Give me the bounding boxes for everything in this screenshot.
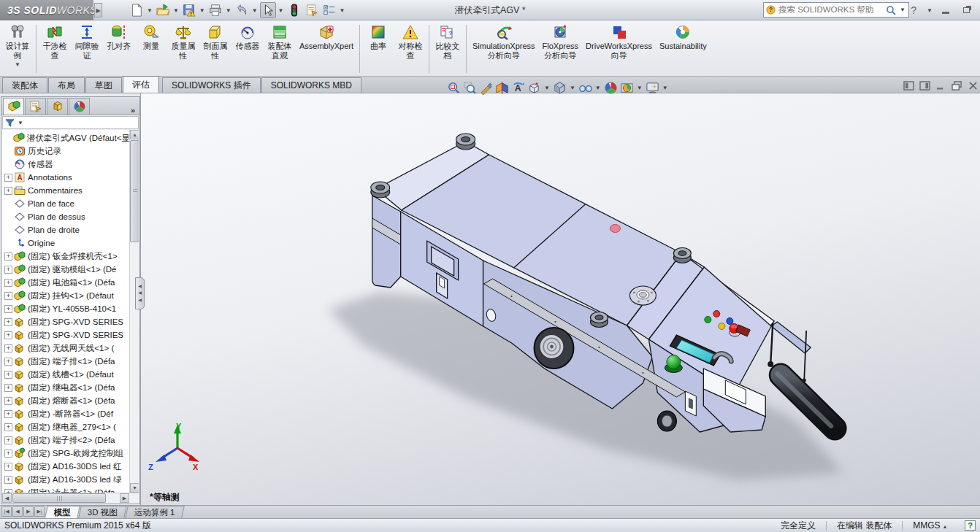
expand-toggle[interactable]: +	[4, 476, 12, 484]
tab-SOLIDWORKS 插件[interactable]: SOLIDWORKS 插件	[162, 77, 261, 93]
tree-item[interactable]: 潜伏牵引式AGV (Défaut<显	[2, 131, 129, 144]
display-style-button[interactable]	[553, 81, 567, 95]
ribbon-button-caret[interactable]: ▼	[15, 61, 20, 68]
configuration-tab[interactable]	[47, 98, 68, 115]
tree-item[interactable]: +(固定) SPG-XVD SERIES	[2, 328, 129, 342]
view-orientation-button[interactable]: *	[527, 81, 541, 95]
tab-prev-button[interactable]: ◀	[12, 506, 23, 517]
expand-toggle[interactable]: +	[4, 187, 12, 195]
tree-item[interactable]: Plan de dessus	[2, 210, 129, 223]
tree-item[interactable]: 传感器	[2, 158, 129, 171]
rebuild-button[interactable]	[286, 2, 302, 18]
section-view-button[interactable]	[495, 81, 509, 95]
tree-horizontal-scrollbar[interactable]: ◀ ▶	[2, 493, 139, 503]
document-close-button[interactable]	[968, 81, 979, 90]
tab-草图[interactable]: 草图	[85, 77, 122, 93]
tree-item[interactable]: +(固定) YL-4055B-410<1	[2, 302, 129, 315]
select-cursor-button[interactable]	[260, 2, 276, 18]
ribbon-interference-button[interactable]: 干涉检查	[39, 22, 71, 76]
tree-item[interactable]: +(固定) AD16-30DS led 红	[2, 460, 129, 473]
expand-toggle[interactable]: +	[4, 292, 12, 300]
tree-item[interactable]: +AAnnotations	[2, 171, 129, 184]
ribbon-assemblyxpert-button[interactable]: AssemblyXpert	[296, 22, 357, 76]
tree-vertical-scrollbar[interactable]: ▲ ▼	[129, 130, 139, 493]
tree-item[interactable]: +Commentaires	[2, 184, 129, 197]
agv-3d-model[interactable]	[141, 93, 980, 505]
ribbon-compare-docs-button[interactable]: ?比较文档	[432, 22, 464, 76]
doc-tab-模型[interactable]: 模型	[45, 506, 80, 518]
select-cursor-caret[interactable]: ▼	[278, 7, 284, 14]
scroll-down-arrow[interactable]: ▼	[130, 483, 139, 493]
tree-item[interactable]: +(固定) 无线网天线<1> (	[2, 342, 129, 355]
ribbon-measure-button[interactable]: 测量	[135, 22, 167, 76]
tab-next-button[interactable]: ▶	[23, 506, 34, 517]
scroll-up-arrow[interactable]: ▲	[130, 130, 139, 139]
ribbon-sensor-button[interactable]: 传感器	[231, 22, 264, 76]
property-tab[interactable]	[25, 98, 46, 115]
collapse-left-button[interactable]	[903, 81, 914, 90]
view-settings-caret[interactable]: ▼	[662, 85, 668, 91]
new-doc-button[interactable]	[129, 2, 145, 18]
tree-item[interactable]: +(固定) 端子排<2> (Défa	[2, 433, 129, 447]
tree-filter-bar[interactable]: ▼	[2, 116, 139, 129]
help-caret[interactable]: ▼	[927, 7, 933, 14]
ribbon-design-study-button[interactable]: 设计算例▼	[1, 22, 34, 76]
tree-item[interactable]: +(固定) 线槽<1> (Défaut	[2, 368, 129, 381]
document-restore-button[interactable]	[952, 81, 962, 90]
horizontal-scroll-thumb[interactable]	[12, 493, 106, 503]
file-properties-button[interactable]	[304, 2, 320, 18]
open-caret[interactable]: ▼	[173, 7, 179, 14]
expand-toggle[interactable]: +	[4, 279, 12, 287]
ribbon-simulationxpress-button[interactable]: SimulationXpress分析向导	[469, 22, 539, 76]
expand-toggle[interactable]: +	[4, 397, 12, 405]
minimize-button[interactable]	[938, 4, 954, 16]
print-caret[interactable]: ▼	[226, 7, 231, 14]
display-tab[interactable]	[69, 98, 90, 115]
restore-button[interactable]	[958, 4, 974, 16]
tab-last-button[interactable]: ▶|	[34, 506, 45, 517]
expand-toggle[interactable]: +	[4, 331, 12, 339]
doc-tab-3D 视图[interactable]: 3D 视图	[78, 506, 127, 518]
vertical-scroll-thumb[interactable]	[130, 140, 139, 242]
ribbon-clearance-button[interactable]: 间隙验证	[71, 22, 103, 76]
help-button[interactable]: ?	[906, 4, 922, 16]
expand-toggle[interactable]: +	[4, 266, 12, 274]
options-caret[interactable]: ▼	[340, 7, 345, 14]
graphics-area[interactable]: Y Z X *等轴测	[140, 93, 980, 505]
view-settings-button[interactable]	[646, 81, 659, 95]
expand-toggle[interactable]: +	[4, 305, 12, 313]
tree-item[interactable]: +(固定) 继电器<1> (Défa	[2, 381, 129, 394]
document-minimize-button[interactable]	[935, 81, 946, 90]
ribbon-driveworksxpress-button[interactable]: DriveWorksXpress向导	[582, 22, 656, 76]
expand-toggle[interactable]: +	[4, 371, 12, 379]
new-doc-caret[interactable]: ▼	[147, 7, 153, 14]
tree-item[interactable]: Plan de face	[2, 197, 129, 210]
status-units[interactable]: MMGS ▴	[903, 520, 957, 531]
tree-item[interactable]: +(固定) 钣金焊接机壳<1>	[2, 250, 129, 263]
menu-expand-arrow[interactable]: ▶	[94, 3, 102, 18]
tree-item[interactable]: 历史记录	[2, 144, 129, 158]
edit-appearance-button[interactable]	[604, 81, 618, 95]
tree-item[interactable]: Origine	[2, 236, 129, 250]
tab-装配体[interactable]: 装配体	[2, 77, 47, 93]
view-orientation-caret[interactable]: ▼	[544, 85, 550, 91]
apply-scene-button[interactable]	[620, 81, 634, 95]
manager-tabs-more[interactable]: »	[131, 106, 135, 115]
tree-item[interactable]: +(固定) 挂钩<1> (Défaut	[2, 289, 129, 302]
tree-item[interactable]: +(固定) 电池箱<1> (Défa	[2, 276, 129, 289]
options-button[interactable]	[321, 2, 337, 18]
expand-toggle[interactable]: +	[4, 410, 12, 418]
tree-item[interactable]: +(固定) SPG-欧姆龙控制组	[2, 447, 129, 460]
ribbon-section-props-button[interactable]: 剖面属性	[199, 22, 231, 76]
collapse-right-button[interactable]	[919, 81, 930, 90]
hide-show-items-caret[interactable]: ▼	[595, 85, 601, 91]
rotate-view-button[interactable]: A	[511, 81, 525, 95]
ribbon-mass-props-button[interactable]: 质量属性	[167, 22, 199, 76]
search-icon[interactable]	[886, 5, 896, 15]
tree-item[interactable]: Plan de droite	[2, 223, 129, 236]
apply-scene-caret[interactable]: ▼	[637, 85, 643, 91]
save-caret[interactable]: ▼	[199, 7, 205, 14]
ribbon-floxpress-button[interactable]: FloXpress分析向导	[539, 22, 583, 76]
expand-toggle[interactable]: +	[4, 344, 12, 352]
display-style-caret[interactable]: ▼	[570, 85, 575, 91]
